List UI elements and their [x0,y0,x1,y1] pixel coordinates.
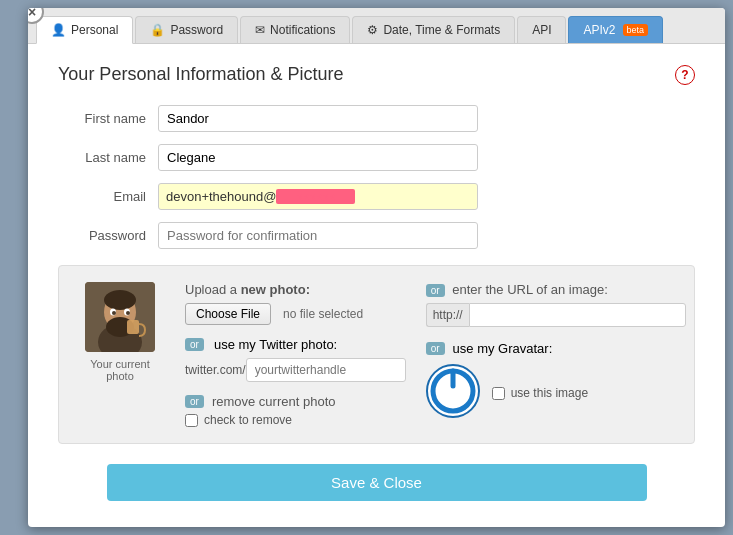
remove-row: or remove current photo check to remove [185,394,406,427]
url-row: or enter the URL of an image: http:// [426,282,686,327]
tab-apiv2[interactable]: APIv2 beta [568,16,663,43]
save-close-button[interactable]: Save & Close [107,464,647,501]
photo-section: Your currentphoto Upload a new photo: Ch… [58,265,695,444]
svg-point-8 [126,311,130,315]
svg-rect-9 [127,320,139,334]
first-name-row: First name [58,105,695,132]
tab-password[interactable]: 🔒 Password [135,16,238,43]
last-name-input[interactable] [158,144,478,171]
first-name-input[interactable] [158,105,478,132]
or-gravatar-badge: or [426,342,445,355]
gravatar-section: or use my Gravatar: [426,341,686,418]
last-name-row: Last name [58,144,695,171]
settings-icon: ⚙ [367,23,378,37]
file-picker-row: Choose File no file selected [185,303,406,325]
twitter-row: or use my Twitter photo: [185,337,406,352]
modal-title: Your Personal Information & Picture ? [58,64,695,85]
use-gravatar-check-row: use this image [492,386,588,400]
password-row: Password [58,222,695,249]
avatar [85,282,155,352]
notifications-icon: ✉ [255,23,265,37]
password-label: Password [58,228,158,243]
upload-area: Upload a new photo: Choose File no file … [185,282,406,427]
no-file-text: no file selected [283,307,363,321]
use-this-image-label: use this image [511,386,588,400]
check-remove-row: check to remove [185,413,406,427]
remove-label-row: or remove current photo [185,394,406,409]
modal-dialog: × 👤 Personal 🔒 Password ✉ Notifications … [28,8,725,527]
personal-icon: 👤 [51,23,66,37]
url-input-row: http:// [426,303,686,327]
svg-point-3 [104,290,136,310]
help-icon[interactable]: ? [675,65,695,85]
new-text: new photo: [241,282,310,297]
tab-datetime[interactable]: ⚙ Date, Time & Formats [352,16,515,43]
password-icon: 🔒 [150,23,165,37]
last-name-label: Last name [58,150,158,165]
check-to-remove-label: check to remove [204,413,292,427]
url-label-row: or enter the URL of an image: [426,282,686,297]
first-name-label: First name [58,111,158,126]
current-photo-label: Your currentphoto [90,358,150,382]
or-remove-badge: or [185,395,204,408]
use-this-image-row: use this image [492,382,588,400]
tab-personal[interactable]: 👤 Personal [36,16,133,44]
remove-label: remove current photo [212,394,336,409]
save-bar: Save & Close [58,464,695,501]
right-upload-area: or enter the URL of an image: http:// or… [426,282,686,427]
tab-bar: 👤 Personal 🔒 Password ✉ Notifications ⚙ … [28,8,725,44]
svg-point-7 [112,311,116,315]
check-to-remove-checkbox[interactable] [185,414,198,427]
email-label: Email [58,189,158,204]
url-label: enter the URL of an image: [452,282,608,297]
modal-content: Your Personal Information & Picture ? Fi… [28,44,725,523]
email-input[interactable] [158,183,478,210]
gravatar-label: use my Gravatar: [453,341,553,356]
twitter-prefix: twitter.com/ [185,363,246,377]
twitter-input-row: twitter.com/ [185,358,406,382]
or-url-badge: or [426,284,445,297]
email-row: Email devon+thehound@xxxxxx [58,183,695,210]
current-photo-area: Your currentphoto [75,282,165,427]
choose-file-button[interactable]: Choose File [185,303,271,325]
password-input[interactable] [158,222,478,249]
tab-notifications[interactable]: ✉ Notifications [240,16,350,43]
url-prefix: http:// [426,303,469,327]
twitter-handle-input[interactable] [246,358,406,382]
gravatar-power-icon [426,364,480,418]
twitter-label: use my Twitter photo: [214,337,337,352]
upload-label: Upload a new photo: [185,282,406,297]
gravatar-label-row: or use my Gravatar: [426,341,686,356]
image-url-input[interactable] [469,303,686,327]
beta-badge: beta [623,24,649,36]
upload-new-row: Upload a new photo: Choose File no file … [185,282,406,325]
gravatar-row: use this image [426,364,686,418]
or-twitter-badge: or [185,338,204,351]
tab-api[interactable]: API [517,16,566,43]
use-this-image-checkbox[interactable] [492,387,505,400]
